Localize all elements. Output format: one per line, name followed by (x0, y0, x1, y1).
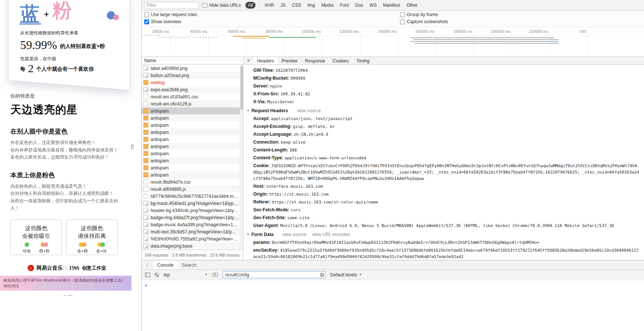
console-filter-input[interactable] (223, 271, 326, 278)
request-row[interactable]: result-ani.c6c412ff.js (142, 100, 243, 107)
request-name: header-bg.4340c4c.png?imageView=1&type=w… (151, 208, 239, 213)
console-prompt[interactable]: > (142, 280, 644, 288)
request-row[interactable]: label.a40390d.png (142, 65, 243, 72)
tab-search[interactable]: Search (178, 260, 200, 269)
request-name: %E8%93%9D.7555a92.png?imageView=1&type= (151, 236, 239, 242)
capture-screenshots-checkbox[interactable]: Capture screenshots (400, 19, 448, 24)
request-row[interactable]: result.af634885.js (142, 186, 243, 193)
view-url-encoded-link[interactable]: view URL encoded (312, 232, 350, 237)
timeline-tick-label: 40000 ms (190, 29, 208, 34)
view-source-link[interactable]: view source (297, 108, 321, 113)
request-row[interactable]: bg-mask.4540ed1.png?imageView=1&type=web (142, 200, 243, 207)
request-row[interactable]: badge-music.6a5a399.png?imageView=1&type… (142, 221, 243, 228)
filter-pill-font[interactable]: Font (337, 2, 352, 9)
view-source-link[interactable]: view source (282, 232, 306, 237)
request-row[interactable]: badge-ring.44da27f.png?imageView=1&type=… (142, 214, 243, 221)
header-name: params: (253, 240, 271, 245)
network-main: Name label.a40390d.pngbutton.a2f2ead.png… (142, 57, 644, 260)
context-select[interactable]: top ▼ (164, 272, 208, 278)
name-column-header[interactable]: Name (142, 57, 243, 65)
request-row[interactable]: result.9bd64d7e.css (142, 178, 243, 186)
filter-pill-xhr[interactable]: XHR (262, 2, 276, 9)
clear-filter-icon[interactable]: × (320, 273, 324, 277)
avoid-colors-box: 这些颜色请保持距离金+橙金+绿 (66, 220, 118, 255)
header-name: GW-Time: (253, 68, 274, 73)
tab-headers[interactable]: Headers (253, 57, 278, 64)
overview-activity-bar (413, 39, 559, 40)
checkbox[interactable] (144, 19, 149, 24)
header-value: application/json, text/javascript (271, 116, 353, 121)
img-file-icon (143, 208, 148, 213)
group-by-frame-checkbox[interactable]: Group by frame (400, 12, 448, 17)
request-row[interactable]: antispam (142, 143, 243, 150)
request-row[interactable]: data:image/png;base (142, 242, 243, 249)
tab-response[interactable]: Response (301, 57, 329, 64)
request-row[interactable]: antispam (142, 150, 243, 157)
request-row[interactable]: antispam (142, 136, 243, 143)
request-row[interactable]: antispam (142, 129, 243, 136)
scrollbar-thumb[interactable] (241, 66, 243, 110)
use-large-request-rows-checkbox[interactable]: Use large request rows (144, 12, 197, 17)
tab-cookies[interactable]: Cookies (329, 57, 352, 64)
checkbox[interactable] (400, 12, 405, 17)
checkbox-label: Show overview (151, 19, 181, 24)
request-row[interactable]: antispam (142, 107, 243, 114)
request-row[interactable]: %E8%93%9D.7555a92.png?imageView=1&type= (142, 235, 243, 242)
request-row[interactable]: b8779c96f4b25c9b6770627742ae34b4.mp3?inf… (142, 193, 243, 200)
request-row[interactable]: antispam (142, 164, 243, 171)
request-row[interactable]: expo.eae2846.png (142, 86, 243, 93)
drawer-menu-icon[interactable]: ⋮ (142, 260, 153, 269)
request-row[interactable]: header-bg.4340c4c.png?imageView=1&type=w… (142, 207, 243, 214)
close-details-button[interactable]: × (244, 57, 253, 64)
hide-data-urls-checkbox[interactable]: Hide data URLs (202, 3, 241, 8)
checkbox[interactable] (400, 19, 405, 24)
section-title[interactable]: Form Data (251, 232, 273, 237)
filter-pill-js[interactable]: JS (278, 2, 288, 9)
img-file-icon (143, 201, 148, 206)
filter-pill-other[interactable]: Other (404, 2, 420, 9)
filter-pill-all[interactable]: All (245, 2, 256, 9)
show-overview-checkbox[interactable]: Show overview (144, 19, 197, 24)
log-levels-select[interactable]: Default levels ▼ (330, 272, 362, 278)
request-name: antispam (151, 158, 169, 163)
request-row[interactable]: antispam (142, 157, 243, 164)
filter-pill-doc[interactable]: Doc (353, 2, 366, 9)
request-list-scrollbar[interactable] (240, 65, 243, 249)
tab-console[interactable]: Console (153, 260, 178, 269)
color-dot (82, 242, 86, 247)
request-name: b8779c96f4b25c9b6770627742ae34b4.mp3?inf… (151, 194, 239, 199)
section-title[interactable]: Request Headers (251, 108, 288, 113)
request-row[interactable]: antispam (142, 114, 243, 122)
triangle-down-icon[interactable]: ▼ (247, 109, 250, 112)
color-boxes-row: 这些颜色会被你吸引绿色橙+粉这些颜色请保持距离金+橙金+绿 (10, 220, 123, 255)
timeline-overview[interactable]: 20000 ms40000 ms60000 ms80000 ms100000 m… (142, 27, 644, 57)
clear-console-icon[interactable] (155, 273, 159, 277)
triangle-down-icon[interactable]: ▼ (247, 233, 250, 236)
paragraph-line: 外在蓝色的人，注定要扮演引领全局角色！ (10, 139, 123, 147)
live-expression-eye-icon[interactable] (212, 273, 218, 277)
console-body[interactable]: > (142, 280, 644, 331)
network-filter-input[interactable] (144, 2, 199, 9)
request-name: result.9bd64d7e.css (151, 180, 191, 185)
color-dots (79, 242, 86, 247)
console-tab-bar: ⋮ ConsoleSearch (142, 260, 644, 270)
request-row[interactable]: antispam (142, 171, 243, 178)
filter-pill-media[interactable]: Media (319, 2, 336, 9)
request-row[interactable]: button.a2f2ead.png (142, 72, 243, 79)
request-row[interactable]: weblog (142, 79, 243, 86)
request-row[interactable]: antispam (142, 122, 243, 129)
request-row[interactable]: result-ani.d183a891.css (142, 93, 243, 100)
filter-pill-ws[interactable]: WS (367, 2, 379, 9)
tab-timing[interactable]: Timing (353, 57, 374, 64)
watermark: 色彩声学研究室 C-PCG (35, 281, 127, 292)
checkbox[interactable] (144, 12, 149, 17)
filter-pill-css[interactable]: CSS (289, 2, 304, 9)
console-sidebar-icon[interactable] (145, 273, 150, 277)
filter-pill-img[interactable]: Img (305, 2, 318, 9)
checkbox[interactable] (202, 3, 207, 8)
header-item: params: Dorm6GfYTXVoVXqsrDhwMHz91Fi0I1az… (244, 239, 644, 246)
request-row[interactable]: multi-text.35c9d57.png?imageView=1&type=… (142, 228, 243, 235)
preview-scrollbar-grip[interactable] (131, 144, 133, 149)
filter-pill-manifest[interactable]: Manifest (381, 2, 403, 9)
tab-preview[interactable]: Preview (278, 57, 301, 64)
